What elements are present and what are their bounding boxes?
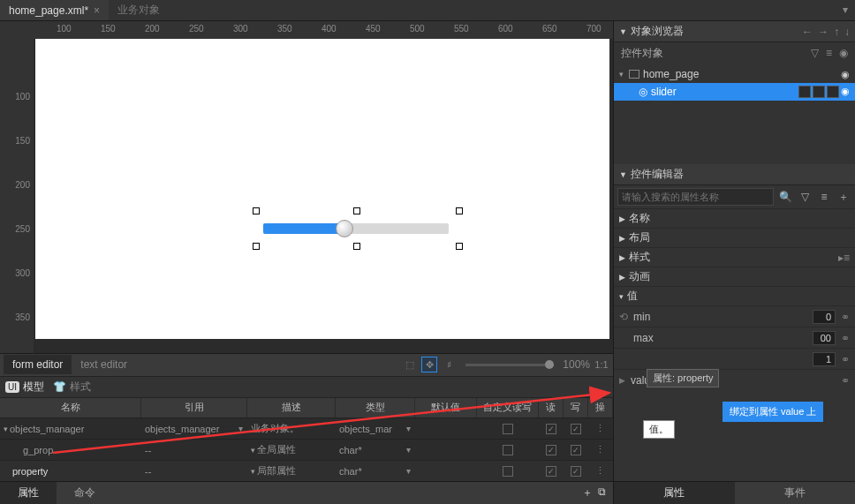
checkbox-read[interactable]: [546, 445, 556, 455]
prop-group-layout[interactable]: ▶布局: [614, 228, 855, 247]
link-icon[interactable]: ⚭: [841, 374, 850, 387]
tree-item-slider[interactable]: ◎ slider ◉: [614, 83, 855, 101]
chevron-down-icon[interactable]: ▾: [406, 424, 411, 433]
checkbox-write[interactable]: [571, 424, 581, 434]
prop-row-min: ⟲ min 0 ⚭: [614, 305, 855, 327]
tree-item-home-page[interactable]: ▾ home_page ◉: [614, 65, 855, 83]
prop-group-style[interactable]: ▶样式▸≡: [614, 247, 855, 267]
eye-icon[interactable]: ◉: [841, 86, 850, 98]
table-row[interactable]: g_prop -- ▾全局属性 char*▾ ⋮: [0, 439, 613, 460]
table-row[interactable]: property -- ▾局部属性 char*▾ ⋮: [0, 460, 613, 481]
selection-handle[interactable]: [353, 243, 360, 250]
expand-icon[interactable]: ▶: [619, 376, 625, 385]
nav-down-icon[interactable]: ↓: [844, 26, 850, 38]
zoom-thumb[interactable]: [545, 360, 554, 369]
artboard[interactable]: [35, 39, 609, 339]
link-icon[interactable]: ⚭: [841, 311, 850, 323]
more-icon[interactable]: ▸≡: [838, 252, 850, 264]
link-icon[interactable]: ⚭: [841, 332, 850, 344]
tab-properties[interactable]: 属性: [614, 482, 735, 504]
delete-icon[interactable]: ⧉: [598, 485, 606, 500]
chevron-down-icon[interactable]: ▾: [251, 446, 255, 455]
ruler-vertical: 100 150 200 250 300 350: [0, 39, 34, 353]
checkbox-write[interactable]: [571, 445, 581, 455]
max-input[interactable]: 00: [813, 331, 836, 345]
tab-commands[interactable]: 命令: [57, 482, 113, 504]
tab-form-editor[interactable]: form editor: [4, 355, 72, 374]
search-icon[interactable]: 🔍: [777, 189, 793, 205]
nav-up-icon[interactable]: ↑: [834, 26, 839, 38]
grid-tool-icon[interactable]: ♯: [441, 357, 457, 372]
action-box[interactable]: [798, 86, 811, 98]
expand-icon[interactable]: ▾: [619, 70, 624, 79]
selection-handle[interactable]: [456, 207, 463, 214]
chevron-down-icon[interactable]: ▾: [406, 445, 411, 455]
close-icon[interactable]: ×: [94, 4, 100, 17]
checkbox-read[interactable]: [546, 424, 556, 434]
filter-icon[interactable]: ▽: [797, 189, 813, 205]
slider-thumb[interactable]: [336, 220, 353, 237]
expand-icon[interactable]: ▾: [4, 425, 8, 433]
prop-row-step: 1 ⚭: [614, 348, 855, 369]
chevron-down-icon[interactable]: ▾: [251, 467, 255, 476]
checkbox-write[interactable]: [571, 466, 581, 477]
nav-back-icon[interactable]: ←: [802, 26, 813, 38]
tab-home-page[interactable]: home_page.xml* ×: [0, 0, 109, 20]
action-box[interactable]: [827, 86, 839, 98]
prop-group-name[interactable]: ▶名称: [614, 208, 855, 228]
prop-row-max: ⟲ max 00 ⚭: [614, 327, 855, 348]
zoom-slider[interactable]: [465, 364, 554, 366]
add-icon[interactable]: ＋: [582, 485, 593, 500]
eye-icon[interactable]: ◉: [839, 47, 848, 59]
selection-handle[interactable]: [456, 243, 463, 250]
object-browser-title: 对象浏览器: [631, 24, 684, 39]
checkbox-read[interactable]: [546, 466, 556, 477]
checkbox-custom[interactable]: [503, 424, 513, 434]
move-tool-icon[interactable]: ✥: [421, 357, 437, 372]
slider-widget[interactable]: [256, 211, 459, 246]
tab-overflow-icon[interactable]: ▾: [836, 0, 855, 20]
prop-group-value[interactable]: ▾值: [614, 286, 855, 305]
row-action-icon[interactable]: ⋮: [588, 418, 613, 439]
widget-editor-title: 控件编辑器: [631, 167, 684, 182]
collapse-icon[interactable]: ▼: [619, 170, 627, 179]
row-action-icon[interactable]: ⋮: [588, 461, 613, 481]
action-box[interactable]: [813, 86, 825, 98]
nav-forward-icon[interactable]: →: [818, 26, 829, 38]
link-icon[interactable]: ⚭: [841, 353, 850, 365]
checkbox-custom[interactable]: [503, 445, 513, 455]
model-tab[interactable]: UI 模型: [5, 380, 44, 395]
slider-icon: ◎: [639, 86, 647, 98]
min-input[interactable]: 0: [813, 310, 836, 324]
filter-icon[interactable]: ▽: [811, 47, 819, 59]
tab-business-object[interactable]: 业务对象: [109, 0, 169, 20]
row-action-icon[interactable]: ⋮: [588, 440, 613, 460]
canvas[interactable]: [34, 39, 613, 353]
eye-icon[interactable]: ◉: [841, 69, 850, 80]
checkbox-custom[interactable]: [503, 466, 513, 477]
collapse-icon[interactable]: ▼: [619, 27, 627, 36]
search-input[interactable]: [617, 188, 774, 206]
binding-tooltip: 绑定到属性 value 上: [723, 402, 823, 422]
chevron-down-icon[interactable]: ▾: [406, 466, 411, 476]
table-row[interactable]: ▾objects_manager objects_manager▾ 业务对象。 …: [0, 417, 613, 439]
tab-text-editor[interactable]: text editor: [72, 355, 136, 374]
list-icon[interactable]: ≡: [816, 189, 832, 205]
prop-group-animation[interactable]: ▶动画: [614, 267, 855, 286]
add-icon[interactable]: ＋: [836, 189, 851, 205]
chevron-down-icon[interactable]: ▾: [238, 424, 243, 433]
ratio-button[interactable]: 1:1: [594, 357, 609, 372]
selection-handle[interactable]: [253, 207, 260, 214]
selection-handle[interactable]: [353, 207, 360, 214]
tab-events[interactable]: 事件: [735, 482, 856, 504]
floating-property-label: 属性: property: [647, 369, 719, 387]
selection-handle[interactable]: [253, 243, 260, 250]
style-tab[interactable]: 👕 样式: [53, 380, 91, 395]
reset-icon[interactable]: ⟲: [619, 311, 628, 323]
ruler-corner: [0, 21, 34, 39]
step-input[interactable]: 1: [813, 352, 836, 366]
list-icon[interactable]: ≡: [826, 47, 832, 59]
selection-tool-icon[interactable]: ⬚: [402, 357, 418, 372]
tab-attributes[interactable]: 属性: [0, 482, 57, 504]
shirt-icon: 👕: [53, 380, 66, 393]
